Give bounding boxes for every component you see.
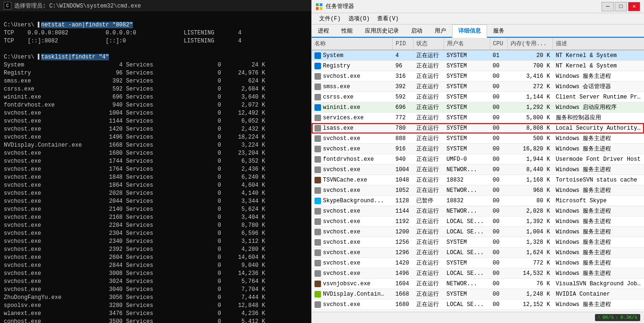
- cmd-line-12: svchost.exe 1004 Services 0 12,492 K: [4, 109, 307, 117]
- table-row[interactable]: svchost.exe 1296 正在运行 LOCAL SE... 00 1,6…: [312, 248, 644, 258]
- table-row[interactable]: System 4 正在运行 SYSTEM 01 20 K NT Kernel &…: [312, 50, 644, 61]
- cell-name: lsass.exe: [312, 123, 393, 133]
- col-header-user[interactable]: 用户名: [444, 38, 490, 50]
- cell-cpu: 00: [490, 196, 507, 206]
- cmd-line-17: svchost.exe 1680 Services 0 23,204 K: [4, 149, 307, 157]
- table-row[interactable]: services.exe 772 正在运行 SYSTEM 00 5,800 K …: [312, 113, 644, 123]
- table-row[interactable]: smss.exe 392 正在运行 SYSTEM 00 272 K Window…: [312, 82, 644, 92]
- col-header-status[interactable]: 状态: [413, 38, 444, 50]
- cell-mem: 3,416 K: [507, 71, 553, 82]
- menu-view[interactable]: 查看(V): [373, 14, 403, 24]
- tab-users[interactable]: 用户: [429, 25, 452, 37]
- col-header-pid[interactable]: PID: [393, 38, 413, 50]
- table-row[interactable]: lsass.exe 780 正在运行 SYSTEM 00 8,808 K Loc…: [312, 123, 644, 133]
- cmd-line-32: svchost.exe 3008 Services 0 14,236 K: [4, 270, 307, 278]
- cell-pid: 780: [393, 123, 413, 133]
- cell-cpu: 00: [490, 113, 507, 123]
- cell-mem: 1,328 K: [507, 237, 553, 248]
- cell-desc: Windows 服务主进程: [553, 165, 644, 175]
- table-row[interactable]: svchost.exe 1052 正在运行 NETWOR... 00 968 K…: [312, 185, 644, 196]
- table-row[interactable]: svchost.exe 1200 正在运行 LOCAL SE... 00 1,0…: [312, 227, 644, 237]
- cell-user: LOCAL SE...: [444, 227, 490, 237]
- cmd-title: 选择管理员: C:\WINDOWS\system32\cmd.exe: [14, 2, 141, 10]
- minimize-button[interactable]: —: [602, 2, 614, 11]
- cell-mem: 1,392 K: [507, 216, 553, 227]
- cell-mem: 272 K: [507, 82, 553, 92]
- cell-pid: 1192: [393, 216, 413, 227]
- cmd-line-31: svchost.exe 2844 Services 0 9,040 K: [4, 262, 307, 270]
- table-row[interactable]: svchost.exe 916 正在运行 SYSTEM 00 16,820 K …: [312, 144, 644, 154]
- col-header-mem[interactable]: 内存(专用...: [507, 38, 553, 50]
- cell-user: SYSTEM: [444, 258, 490, 268]
- cell-user: SYSTEM: [444, 237, 490, 248]
- table-row[interactable]: wininit.exe 696 正在运行 SYSTEM 00 1,292 K W…: [312, 102, 644, 113]
- cmd-titlebar: C 选择管理员: C:\WINDOWS\system32\cmd.exe: [0, 0, 311, 11]
- cell-status: 正在运行: [413, 258, 444, 268]
- tab-process[interactable]: 进程: [312, 25, 335, 37]
- col-header-desc[interactable]: 描述: [553, 38, 644, 50]
- tab-app-history[interactable]: 应用历史记录: [359, 25, 405, 37]
- col-header-name[interactable]: 名称: [312, 38, 393, 50]
- process-table-container[interactable]: 名称 PID 状态 用户名 CPU 内存(专用... 描述 System 4 正…: [312, 38, 644, 312]
- table-row[interactable]: svchost.exe 1496 正在运行 LOCAL SE... 00 14,…: [312, 268, 644, 279]
- cmd-content[interactable]: C:\Users\ ▌netstat -aon|findstr "8082" T…: [0, 11, 311, 323]
- cell-cpu: 00: [490, 133, 507, 144]
- cell-pid: 696: [393, 102, 413, 113]
- cell-status: 正在运行: [413, 279, 444, 289]
- table-row[interactable]: fontdrvhost.exe 940 正在运行 UMFD-0 00 1,944…: [312, 154, 644, 165]
- cell-desc: VisualSVN Background Job S...: [553, 279, 644, 289]
- cell-mem: 20 K: [507, 50, 553, 61]
- cmd-line-2: TCP 0.0.0.0:8082 0.0.0.0:0 LISTENING 4: [4, 29, 307, 37]
- cell-cpu: 00: [490, 123, 507, 133]
- col-header-cpu[interactable]: CPU: [490, 38, 507, 50]
- cell-user: SYSTEM: [444, 289, 490, 299]
- tab-details[interactable]: 详细信息: [452, 25, 487, 38]
- maximize-button[interactable]: □: [615, 2, 627, 11]
- cmd-line-15: svchost.exe 1496 Services 0 18,224 K: [4, 133, 307, 141]
- table-row[interactable]: TSVNCache.exe 1048 正在运行 18832 00 1,168 K…: [312, 175, 644, 185]
- cell-status: 正在运行: [413, 113, 444, 123]
- cell-cpu: 00: [490, 185, 507, 196]
- table-row[interactable]: svchost.exe 1680 正在运行 LOCAL SE... 00 12,…: [312, 299, 644, 310]
- tab-services[interactable]: 服务: [487, 25, 511, 37]
- table-row[interactable]: vsvnjobsvc.exe 1604 正在运行 NETWOR... 00 76…: [312, 279, 644, 289]
- menu-options[interactable]: 选项(O): [345, 14, 374, 24]
- tm-statusbar: ↑ 0K/s ↓ 0.3K/s: [312, 312, 644, 323]
- table-row[interactable]: SkypeBackground... 1128 已暂停 18832 00 80 …: [312, 196, 644, 206]
- cell-name: svchost.exe: [312, 144, 393, 154]
- table-row[interactable]: svchost.exe 1004 正在运行 NETWOR... 00 8,440…: [312, 165, 644, 175]
- cmd-line-33: svchost.exe 3024 Services 0 5,764 K: [4, 278, 307, 286]
- cell-pid: 1420: [393, 258, 413, 268]
- cell-name: Registry: [312, 61, 393, 71]
- cmd-line-25: svchost.exe 2168 Services 0 3,404 K: [4, 214, 307, 222]
- table-row[interactable]: NVDisplay.Contain... 1668 正在运行 SYSTEM 00…: [312, 289, 644, 299]
- table-row[interactable]: svchost.exe 316 正在运行 SYSTEM 00 3,416 K W…: [312, 71, 644, 82]
- cmd-line-11: fontdrvhost.exe 940 Services 0 2,072 K: [4, 101, 307, 109]
- menu-file[interactable]: 文件(F): [315, 14, 345, 24]
- cell-status: 正在运行: [413, 92, 444, 102]
- cell-desc: Windows 会话管理器: [553, 82, 644, 92]
- cell-pid: 4: [393, 50, 413, 61]
- cmd-line-10: wininit.exe 696 Services 0 3,640 K: [4, 93, 307, 101]
- table-row[interactable]: svchost.exe 1256 正在运行 SYSTEM 00 1,328 K …: [312, 237, 644, 248]
- cell-mem: 500 K: [507, 133, 553, 144]
- cell-pid: 1004: [393, 165, 413, 175]
- table-row[interactable]: svchost.exe 888 正在运行 SYSTEM 00 500 K Win…: [312, 133, 644, 144]
- table-row[interactable]: svchost.exe 1420 正在运行 SYSTEM 00 772 K Wi…: [312, 258, 644, 268]
- table-row[interactable]: csrss.exe 592 正在运行 SYSTEM 00 1,144 K Cli…: [312, 92, 644, 102]
- cell-status: 正在运行: [413, 82, 444, 92]
- table-row[interactable]: svchost.exe 1192 正在运行 LOCAL SE... 00 1,3…: [312, 216, 644, 227]
- cell-desc: NT Kernel & System: [553, 61, 644, 71]
- table-row[interactable]: svchost.exe 1144 正在运行 NETWOR... 00 2,028…: [312, 206, 644, 216]
- tab-performance[interactable]: 性能: [335, 25, 359, 37]
- cell-mem: 8,808 K: [507, 123, 553, 133]
- cell-cpu: 01: [490, 50, 507, 61]
- cell-name: svchost.exe: [312, 185, 393, 196]
- table-row[interactable]: Registry 96 正在运行 SYSTEM 00 700 K NT Kern…: [312, 61, 644, 71]
- tab-startup[interactable]: 启动: [405, 25, 429, 37]
- cell-user: SYSTEM: [444, 50, 490, 61]
- cell-pid: 1200: [393, 227, 413, 237]
- cmd-line-13: svchost.exe 1144 Services 0 6,052 K: [4, 117, 307, 125]
- cell-user: SYSTEM: [444, 82, 490, 92]
- close-button[interactable]: ✕: [628, 2, 640, 11]
